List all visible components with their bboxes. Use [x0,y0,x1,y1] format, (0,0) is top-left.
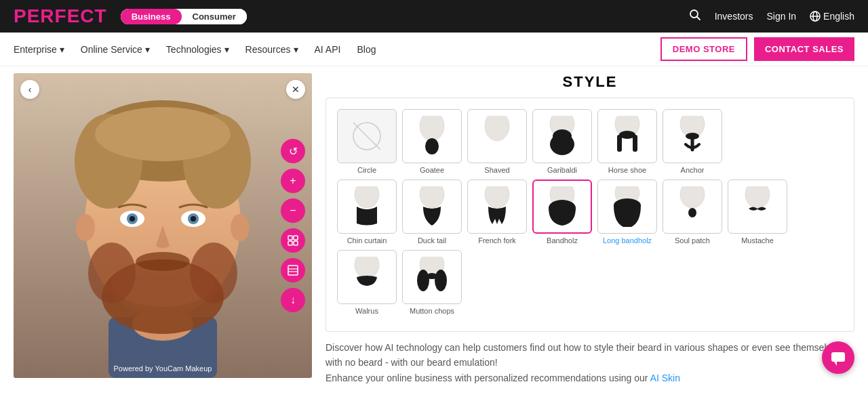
svg-rect-26 [288,236,292,240]
style-box-walrus[interactable] [337,250,397,304]
chevron-down-icon: ▾ [294,44,298,55]
reset-button[interactable]: ↺ [281,139,305,163]
style-box-long-bandholz[interactable] [597,180,657,234]
style-label-horseshoe: Horse shoe [608,166,646,174]
description-paragraph-2: Enhance your online business with person… [326,371,854,385]
zoom-in-button[interactable]: + [281,169,305,193]
style-item-soul-patch[interactable]: Soul patch [663,180,722,245]
style-title: STYLE [326,73,854,91]
nav-links: Enterprise ▾ Online Service ▾ Technologi… [14,44,376,55]
search-icon[interactable] [689,9,701,24]
nav-online-service[interactable]: Online Service ▾ [81,44,150,55]
style-label-circle: Circle [357,166,376,174]
svg-rect-27 [294,236,298,240]
style-box-duck-tail[interactable] [402,180,462,234]
style-row-1: Circle Goatee [337,109,843,174]
close-button[interactable]: ✕ [286,80,305,99]
contact-sales-button[interactable]: CONTACT SALES [754,37,854,61]
style-box-horseshoe[interactable] [597,109,657,163]
zoom-out-button[interactable]: − [281,198,305,223]
style-item-bandholz[interactable]: Bandholz [532,180,592,245]
ai-skin-link[interactable]: AI Skin [650,373,680,383]
svg-point-57 [355,257,379,278]
style-item-walrus[interactable]: Walrus [337,250,397,315]
investors-link[interactable]: Investors [715,11,753,22]
svg-point-60 [435,270,447,291]
svg-rect-61 [831,352,845,362]
style-label-shaved: Shaved [484,166,509,174]
signin-link[interactable]: Sign In [766,11,796,22]
style-label-walrus: Walrus [355,307,378,315]
svg-point-36 [425,138,439,154]
style-label-mutton-chops: Mutton chops [410,307,454,315]
style-label-mustache: Mustache [741,236,774,245]
svg-point-49 [485,186,509,208]
svg-point-24 [76,214,95,241]
secondary-navigation: Enterprise ▾ Online Service ▾ Technologi… [0,33,868,66]
style-box-garibaldi[interactable] [532,109,592,163]
style-item-goatee[interactable]: Goatee [402,109,462,174]
style-item-mustache[interactable]: Mustache [728,180,787,245]
style-item-duck-tail[interactable]: Duck tail [402,180,462,245]
grid-button[interactable] [281,258,305,282]
style-label-french-fork: French fork [478,236,516,245]
style-row-3: Walrus Mutton chops [337,250,843,315]
business-consumer-toggle[interactable]: Business Consumer [121,9,247,24]
style-box-goatee[interactable] [402,109,462,163]
style-item-shaved[interactable]: Shaved [467,109,527,174]
style-label-goatee: Goatee [420,166,444,174]
svg-line-1 [696,17,700,20]
style-box-mustache[interactable] [728,180,787,234]
style-label-duck-tail: Duck tail [418,236,446,245]
style-box-soul-patch[interactable] [663,180,722,234]
style-box-french-fork[interactable] [467,180,527,234]
svg-point-56 [745,186,770,208]
nav-ai-api[interactable]: AI API [315,44,341,55]
language-selector[interactable]: English [810,11,854,22]
style-item-garibaldi[interactable]: Garibaldi [532,109,592,174]
style-item-chin-curtain[interactable]: Chin curtain [337,180,397,245]
demo-store-button[interactable]: DEMO STORE [660,37,747,61]
style-item-horseshoe[interactable]: Horse shoe [597,109,657,174]
style-panel: STYLE Circle [326,73,854,385]
chevron-down-icon: ▾ [224,44,229,55]
svg-rect-44 [633,135,637,152]
svg-marker-62 [834,362,837,366]
svg-point-59 [417,270,429,291]
brand-logo: PERFECT [14,5,107,27]
description-text: Discover how AI technology can help cust… [326,340,854,385]
download-button[interactable]: ↓ [281,288,305,312]
nav-technologies[interactable]: Technologies ▾ [166,44,229,55]
photo-panel: ‹ ✕ ↺ + − [14,73,312,385]
svg-rect-29 [294,241,298,245]
style-label-garibaldi: Garibaldi [547,166,577,174]
style-item-french-fork[interactable]: French fork [467,180,527,245]
nav-enterprise[interactable]: Enterprise ▾ [14,44,64,55]
prev-arrow[interactable]: ‹ [20,80,39,99]
svg-rect-28 [288,241,292,245]
nav-resources[interactable]: Resources ▾ [245,44,298,55]
style-box-circle[interactable] [337,109,397,163]
style-box-chin-curtain[interactable] [337,180,397,234]
svg-point-55 [688,208,696,217]
top-right-actions: Investors Sign In English [689,9,854,24]
business-toggle[interactable]: Business [121,9,182,24]
style-box-mutton-chops[interactable] [402,250,462,304]
style-item-long-bandholz[interactable]: Long bandholz [597,180,657,245]
consumer-toggle[interactable]: Consumer [182,9,247,24]
style-grid: Circle Goatee [326,98,854,332]
style-box-shaved[interactable] [467,109,527,163]
style-item-mutton-chops[interactable]: Mutton chops [402,250,462,315]
style-item-anchor[interactable]: Anchor [663,109,722,174]
style-label-bandholz: Bandholz [547,236,578,245]
nav-blog[interactable]: Blog [357,44,376,55]
svg-point-48 [420,186,444,208]
style-box-bandholz[interactable] [532,180,592,234]
style-item-circle[interactable]: Circle [337,109,397,174]
style-row-2: Chin curtain Duck tail [337,180,843,245]
style-box-anchor[interactable] [663,109,722,163]
photo-container: ‹ ✕ ↺ + − [14,73,312,378]
chat-fab-button[interactable] [822,341,854,374]
svg-point-18 [191,216,196,221]
crop-button[interactable] [281,228,305,253]
